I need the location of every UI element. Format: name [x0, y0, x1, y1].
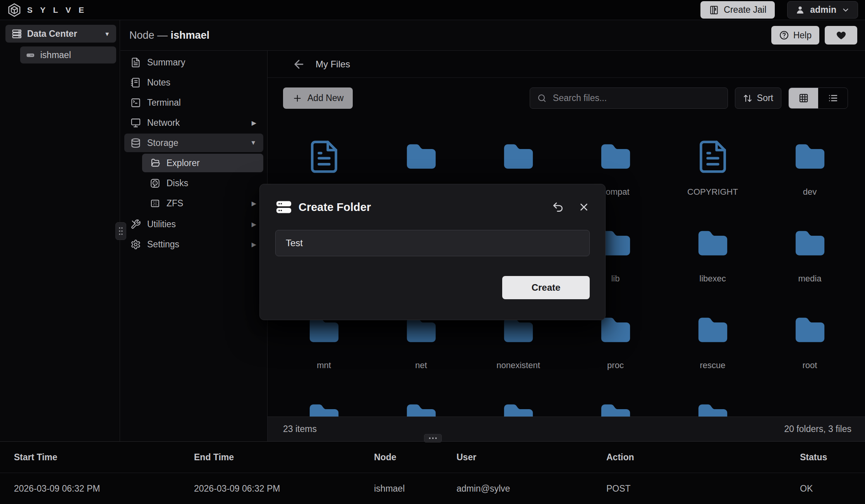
item-label: lib — [611, 274, 620, 284]
folder-item[interactable]: tmp — [470, 398, 567, 417]
node-header-actions: Help — [771, 26, 857, 45]
sort-button[interactable]: Sort — [735, 87, 781, 109]
undo-button[interactable] — [552, 201, 564, 213]
database-icon — [130, 138, 141, 148]
column-header: End Time — [194, 452, 374, 463]
folder-icon — [403, 138, 439, 175]
zfs-icon — [150, 198, 160, 209]
folder-item[interactable]: var — [664, 398, 761, 417]
folder-icon — [792, 312, 828, 349]
view-toggle — [788, 87, 848, 109]
folder-item[interactable]: libexec — [664, 225, 761, 312]
folder-item[interactable]: nonexistent — [470, 312, 567, 398]
panel-resize-handle[interactable] — [424, 434, 442, 442]
create-folder-modal: Create Folder Create — [259, 184, 606, 320]
files-status-bar: 23 items 20 folders, 3 files — [268, 417, 865, 441]
sort-arrows-icon — [743, 94, 752, 103]
sylve-logo-cube-icon — [7, 3, 22, 17]
modal-title: Create Folder — [299, 201, 371, 214]
file-item[interactable]: COPYRIGHT — [664, 138, 761, 225]
cell: ishmael — [374, 483, 457, 494]
folder-icon — [695, 312, 731, 349]
folder-item[interactable]: rescue — [664, 312, 761, 398]
app-window: S Y L V E Create Jail — [0, 0, 865, 504]
grid-view-button[interactable] — [789, 88, 818, 108]
menu-item-summary[interactable]: Summary — [120, 52, 267, 72]
folder-icon — [501, 398, 536, 417]
list-view-button[interactable] — [818, 88, 848, 108]
folder-item[interactable]: media — [761, 225, 858, 312]
cell: OK — [800, 483, 865, 494]
audit-log-table: Start TimeEnd TimeNodeUserActionStatus 2… — [0, 441, 865, 504]
folder-item[interactable]: root — [761, 312, 858, 398]
sidebar-item-node-ishmael[interactable]: ishmael — [20, 46, 116, 63]
heart-icon — [836, 30, 846, 41]
files-toolbar: Add New Sort — [268, 78, 865, 118]
menu-item-explorer[interactable]: Explorer — [142, 154, 263, 172]
folder-open-icon — [150, 158, 160, 168]
folder-item[interactable]: sbin — [275, 398, 372, 417]
page-title: Node — ishmael — [129, 29, 209, 41]
column-header: User — [457, 452, 606, 463]
triangle-down-icon: ▼ — [104, 31, 110, 37]
search-input[interactable] — [552, 93, 721, 104]
file-icon — [306, 138, 342, 175]
menu-item-label: Summary — [147, 57, 185, 68]
folder-item[interactable]: sys — [372, 398, 470, 417]
node-label: ishmael — [40, 50, 71, 60]
item-label: nonexistent — [496, 360, 540, 370]
folder-icon — [598, 138, 633, 175]
menu-item-settings[interactable]: Settings▶ — [120, 234, 267, 254]
create-button[interactable]: Create — [502, 276, 590, 299]
menu-item-label: Notes — [147, 77, 170, 88]
folder-item[interactable]: mnt — [275, 312, 372, 398]
left-sidebar: Data Center ▼ ishmael — [0, 20, 120, 441]
disk-icon — [150, 178, 160, 189]
user-menu-button[interactable]: admin — [787, 1, 858, 19]
data-center-selector[interactable]: Data Center ▼ — [5, 25, 116, 43]
folder-item[interactable]: usr — [567, 398, 664, 417]
help-circle-icon — [779, 30, 789, 40]
folder-item[interactable]: proc — [567, 312, 664, 398]
help-button[interactable]: Help — [771, 26, 819, 45]
menu-item-utilities[interactable]: Utilities▶ — [120, 214, 267, 234]
node-header: Node — ishmael Help — [120, 20, 865, 51]
folder-name-input[interactable] — [275, 230, 590, 256]
audit-table-row[interactable]: 2026-03-09 06:32 PM2026-03-09 06:32 PMis… — [0, 473, 865, 504]
folder-item[interactable]: dev — [761, 138, 858, 225]
sidebar-resize-handle[interactable] — [115, 222, 126, 240]
plus-icon — [292, 93, 302, 103]
menu-item-storage[interactable]: Storage▼ — [124, 134, 263, 152]
menu-item-network[interactable]: Network▶ — [120, 113, 267, 133]
folder-icon — [695, 398, 731, 417]
terminal-icon — [130, 98, 141, 108]
search-icon — [537, 93, 547, 103]
favorite-button[interactable] — [825, 26, 857, 45]
server-icon — [26, 50, 35, 60]
item-label: rescue — [700, 360, 725, 370]
menu-item-label: Disks — [166, 178, 188, 189]
item-label: libexec — [699, 274, 726, 284]
add-new-button[interactable]: Add New — [283, 87, 353, 109]
data-center-label: Data Center — [27, 29, 77, 39]
item-label: net — [415, 360, 427, 370]
folder-item[interactable]: net — [372, 312, 470, 398]
cell: admin@sylve — [457, 483, 606, 494]
list-icon — [828, 93, 838, 103]
menu-item-terminal[interactable]: Terminal — [120, 93, 267, 113]
menu-item-disks[interactable]: Disks — [142, 174, 263, 192]
brand-name: S Y L V E — [27, 5, 87, 15]
create-jail-label: Create Jail — [724, 5, 766, 15]
column-header: Action — [606, 452, 800, 463]
menu-item-label: ZFS — [166, 198, 183, 209]
back-button[interactable] — [292, 58, 305, 71]
jail-icon — [709, 5, 719, 15]
menu-item-notes[interactable]: Notes — [120, 72, 267, 93]
menu-item-zfs[interactable]: ZFS▶ — [142, 194, 263, 213]
grid-icon — [798, 93, 809, 103]
file-text-icon — [130, 57, 141, 68]
close-icon[interactable] — [578, 201, 590, 213]
toolbar-right: Sort — [530, 87, 848, 109]
create-jail-button[interactable]: Create Jail — [700, 1, 775, 19]
node-title-prefix: Node — — [129, 29, 171, 41]
